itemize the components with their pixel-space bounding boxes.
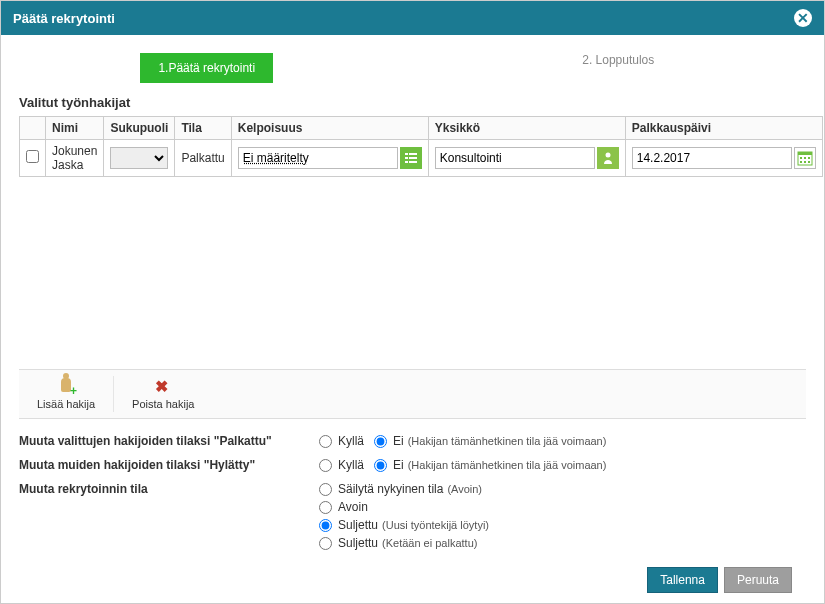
rekrytila-avoin-radio[interactable] <box>319 501 332 514</box>
kelpoisuus-input[interactable] <box>238 147 398 169</box>
rekrytila-suljettu-ei-label: Suljettu <box>338 536 378 550</box>
col-sukupuoli: Sukupuoli <box>104 117 175 140</box>
svg-rect-13 <box>804 161 806 163</box>
dialog-header: Päätä rekrytointi ✕ <box>1 1 824 35</box>
hylatty-kylla-radio[interactable] <box>319 459 332 472</box>
option-palkattu-label: Muuta valittujen hakijoiden tilaksi "Pal… <box>19 432 319 448</box>
col-tila: Tila <box>175 117 231 140</box>
svg-rect-9 <box>800 157 802 159</box>
yksikko-input[interactable] <box>435 147 595 169</box>
palkkauspaivi-input[interactable] <box>632 147 792 169</box>
rekrytila-suljettu-loytyi-radio[interactable] <box>319 519 332 532</box>
dialog-title: Päätä rekrytointi <box>13 11 115 26</box>
calendar-icon[interactable] <box>794 147 816 169</box>
options-block: Muuta valittujen hakijoiden tilaksi "Pal… <box>19 419 806 559</box>
col-kelpoisuus: Kelpoisuus <box>231 117 428 140</box>
rekrytila-suljettu-ei-hint: (Ketään ei palkattu) <box>382 537 477 549</box>
add-applicant-label: Lisää hakija <box>37 398 95 410</box>
rekrytila-suljettu-loytyi-label: Suljettu <box>338 518 378 532</box>
applicants-table: Nimi Sukupuoli Tila Kelpoisuus Yksikkö P… <box>19 116 823 177</box>
col-nimi: Nimi <box>46 117 104 140</box>
close-icon[interactable]: ✕ <box>794 9 812 27</box>
palkattu-kylla-label: Kyllä <box>338 434 364 448</box>
rekrytila-suljettu-ei-radio[interactable] <box>319 537 332 550</box>
add-person-icon: + <box>58 378 74 396</box>
toolbar: + Lisää hakija ✖ Poista hakija <box>19 369 806 419</box>
svg-rect-5 <box>409 161 417 163</box>
add-applicant-button[interactable]: + Lisää hakija <box>19 376 114 412</box>
svg-rect-8 <box>798 152 812 155</box>
col-palkkauspaivi: Palkkauspäivi <box>625 117 822 140</box>
svg-rect-14 <box>808 161 810 163</box>
palkattu-ei-radio[interactable] <box>374 435 387 448</box>
section-title: Valitut työnhakijat <box>19 95 806 110</box>
dialog: Päätä rekrytointi ✕ 1.Päätä rekrytointi … <box>0 0 825 604</box>
svg-rect-1 <box>409 153 417 155</box>
palkattu-hint: (Hakijan tämänhetkinen tila jää voimaan) <box>408 435 607 447</box>
col-checkbox <box>20 117 46 140</box>
remove-applicant-label: Poista hakija <box>132 398 194 410</box>
col-yksikko: Yksikkö <box>428 117 625 140</box>
svg-rect-2 <box>405 157 408 159</box>
sukupuoli-select[interactable] <box>110 147 168 169</box>
svg-rect-11 <box>808 157 810 159</box>
option-rekrytila: Muuta rekrytoinnin tila Säilytä nykyinen… <box>19 477 806 555</box>
step-1-button[interactable]: 1.Päätä rekrytointi <box>140 53 273 83</box>
svg-rect-0 <box>405 153 408 155</box>
rekrytila-sailyta-radio[interactable] <box>319 483 332 496</box>
org-picker-icon[interactable] <box>597 147 619 169</box>
remove-icon: ✖ <box>155 378 171 396</box>
cell-tila: Palkattu <box>175 140 231 177</box>
row-checkbox[interactable] <box>26 150 39 163</box>
option-hylatty-label: Muuta muiden hakijoiden tilaksi "Hylätty… <box>19 456 319 472</box>
cancel-button[interactable]: Peruuta <box>724 567 792 593</box>
option-rekrytila-label: Muuta rekrytoinnin tila <box>19 480 319 496</box>
step-2-label[interactable]: 2. Lopputulos <box>582 45 654 75</box>
svg-rect-3 <box>409 157 417 159</box>
step-2: 2. Lopputulos <box>413 53 825 83</box>
rekrytila-suljettu-loytyi-hint: (Uusi työntekijä löytyi) <box>382 519 489 531</box>
rekrytila-sailyta-hint: (Avoin) <box>447 483 482 495</box>
cell-yksikko <box>428 140 625 177</box>
rekrytila-avoin-label: Avoin <box>338 500 368 514</box>
palkattu-ei-label: Ei <box>393 434 404 448</box>
hylatty-ei-label: Ei <box>393 458 404 472</box>
hylatty-hint: (Hakijan tämänhetkinen tila jää voimaan) <box>408 459 607 471</box>
option-palkattu: Muuta valittujen hakijoiden tilaksi "Pal… <box>19 429 806 453</box>
cell-kelpoisuus <box>231 140 428 177</box>
remove-applicant-button[interactable]: ✖ Poista hakija <box>114 376 212 412</box>
option-hylatty: Muuta muiden hakijoiden tilaksi "Hylätty… <box>19 453 806 477</box>
svg-rect-12 <box>800 161 802 163</box>
save-button[interactable]: Tallenna <box>647 567 718 593</box>
cell-palkkauspaivi <box>625 140 822 177</box>
hylatty-kylla-label: Kyllä <box>338 458 364 472</box>
content: Valitut työnhakijat Nimi Sukupuoli Tila … <box>1 95 824 603</box>
cell-nimi: Jokunen Jaska <box>46 140 104 177</box>
svg-point-6 <box>605 153 610 158</box>
svg-rect-10 <box>804 157 806 159</box>
table-header-row: Nimi Sukupuoli Tila Kelpoisuus Yksikkö P… <box>20 117 823 140</box>
svg-rect-4 <box>405 161 408 163</box>
wizard-steps: 1.Päätä rekrytointi 2. Lopputulos <box>1 35 824 95</box>
footer: Tallenna Peruuta <box>19 559 806 603</box>
cell-sukupuoli <box>104 140 175 177</box>
palkattu-kylla-radio[interactable] <box>319 435 332 448</box>
rekrytila-sailyta-label: Säilytä nykyinen tila <box>338 482 443 496</box>
list-picker-icon[interactable] <box>400 147 422 169</box>
hylatty-ei-radio[interactable] <box>374 459 387 472</box>
table-row: Jokunen Jaska Palkattu <box>20 140 823 177</box>
step-1: 1.Päätä rekrytointi <box>1 53 413 83</box>
